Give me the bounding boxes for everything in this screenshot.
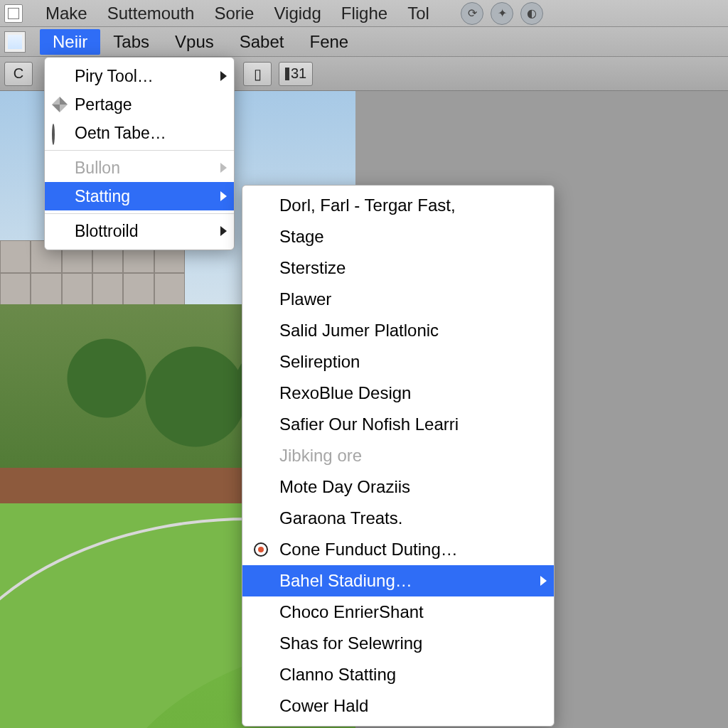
submenu-item-dorl-farl[interactable]: Dorl, Farl - Tergar Fast,: [242, 190, 554, 221]
menu-item-label: Statting: [75, 187, 130, 206]
tool-button-31[interactable]: 31: [279, 62, 313, 86]
status-icon-1[interactable]: ⟳: [461, 2, 483, 25]
submenu-item-safier[interactable]: Safier Our Nofish Learri: [242, 409, 554, 440]
menu-item-label: Mote Day Oraziis: [279, 477, 410, 497]
submenu-item-bahel-stadiung[interactable]: Bahel Stadiung…: [242, 565, 554, 596]
chevron-right-icon: [540, 576, 547, 586]
submenu-item-selireption[interactable]: Selireption: [242, 346, 554, 378]
menu-item-label: Pertage: [75, 95, 132, 114]
submenu-item-choco[interactable]: Choco EnrierShant: [242, 596, 554, 628]
menu-item-label: Salid Jumer Platlonic: [279, 321, 439, 341]
menu-item-pertage[interactable]: Pertage: [45, 90, 234, 119]
ring-icon: [52, 125, 68, 141]
menu-item-label: Oetn Tabe…: [75, 124, 166, 143]
menu-item-label: Safier Our Nofish Learri: [279, 414, 459, 434]
menu-item-label: Bahel Stadiung…: [279, 571, 412, 591]
menu-item-label: Choco EnrierShant: [279, 602, 424, 622]
menu-item-statting[interactable]: Statting: [45, 182, 234, 210]
menu-item-label: Piry Tool…: [75, 67, 154, 86]
menu-item-oetn-tabe[interactable]: Oetn Tabe…: [45, 119, 234, 147]
submenu-item-jibking: Jibking ore: [242, 440, 554, 471]
os-menu-make[interactable]: Make: [36, 1, 97, 26]
menu-item-label: Sterstize: [279, 258, 346, 278]
menu-item-label: Shas for Selewring: [279, 633, 422, 653]
submenu-item-mote-day[interactable]: Mote Day Oraziis: [242, 471, 554, 503]
menu-item-label: Bullon: [75, 159, 120, 178]
chevron-right-icon: [220, 71, 227, 81]
app-menu-sabet[interactable]: Sabet: [227, 29, 297, 55]
app-menu-vpus[interactable]: Vpus: [162, 29, 227, 55]
menu-item-label: Jibking ore: [279, 446, 362, 466]
submenu-item-shas[interactable]: Shas for Selewring: [242, 628, 554, 659]
status-icon-3[interactable]: ◐: [520, 2, 543, 25]
bottle-icon: ▯: [254, 65, 262, 82]
submenu-item-clanno[interactable]: Clanno Statting: [242, 659, 554, 690]
tool-button-bottle[interactable]: ▯: [243, 62, 272, 86]
submenu-item-salid-jumer[interactable]: Salid Jumer Platlonic: [242, 315, 554, 346]
dropdown-neiir: Piry Tool… Pertage Oetn Tabe… Bullon Sta…: [44, 57, 235, 250]
submenu-item-sterstize[interactable]: Sterstize: [242, 252, 554, 284]
bar-icon: [285, 68, 289, 80]
menu-item-label: Clanno Statting: [279, 665, 396, 685]
submenu-item-stage[interactable]: Stage: [242, 221, 554, 252]
document-icon[interactable]: [4, 31, 26, 53]
os-menu-suttemouth[interactable]: Suttemouth: [97, 1, 205, 26]
app-menubar: Neiir Tabs Vpus Sabet Fene: [0, 27, 728, 57]
menu-item-label: Dorl, Farl - Tergar Fast,: [279, 196, 456, 215]
tool-button-c-label: C: [14, 65, 23, 82]
record-icon: [254, 542, 268, 557]
app-logo-icon: [4, 4, 23, 23]
os-menu-vigidg[interactable]: Vigidg: [264, 1, 331, 26]
menu-item-label: Plawer: [279, 289, 331, 309]
menu-item-label: Stage: [279, 227, 324, 247]
menu-item-blottroild[interactable]: Blottroild: [45, 217, 234, 245]
submenu-item-rexoblue[interactable]: RexoBlue Design: [242, 378, 554, 409]
menu-item-label: Selireption: [279, 352, 360, 372]
submenu-item-cower-hald[interactable]: Cower Hald: [242, 690, 554, 722]
chevron-right-icon: [220, 191, 227, 201]
app-menu-tabs[interactable]: Tabs: [100, 29, 162, 55]
tool-button-31-label: 31: [291, 65, 306, 82]
dropdown-statting-submenu: Dorl, Farl - Tergar Fast, Stage Sterstiz…: [242, 185, 555, 727]
submenu-item-garaona[interactable]: Garaona Treats.: [242, 503, 554, 534]
menu-item-bullon: Bullon: [45, 154, 234, 182]
chevron-right-icon: [220, 226, 227, 236]
app-menu-neiir[interactable]: Neiir: [40, 29, 100, 55]
status-icon-2[interactable]: ✦: [491, 2, 513, 25]
app-menu-fene[interactable]: Fene: [296, 29, 361, 55]
menu-item-label: Cower Hald: [279, 696, 368, 716]
menu-item-label: Blottroild: [75, 222, 138, 241]
os-menu-sorie[interactable]: Sorie: [204, 1, 264, 26]
brush-icon: [52, 97, 68, 112]
os-menu-tol[interactable]: Tol: [397, 1, 439, 26]
submenu-item-plawer[interactable]: Plawer: [242, 284, 554, 315]
tool-button-c[interactable]: C: [4, 62, 33, 86]
os-menu-flighe[interactable]: Flighe: [331, 1, 397, 26]
menu-item-piry-tool[interactable]: Piry Tool…: [45, 62, 234, 90]
menu-separator: [45, 213, 234, 214]
os-menubar: Make Suttemouth Sorie Vigidg Flighe Tol …: [0, 0, 728, 27]
submenu-item-cone-funduct[interactable]: Cone Funduct Duting…: [242, 534, 554, 565]
chevron-right-icon: [220, 163, 227, 173]
menu-item-label: Cone Funduct Duting…: [279, 540, 458, 560]
menu-item-label: RexoBlue Design: [279, 383, 411, 403]
menu-separator: [45, 150, 234, 151]
menu-item-label: Garaona Treats.: [279, 508, 402, 528]
